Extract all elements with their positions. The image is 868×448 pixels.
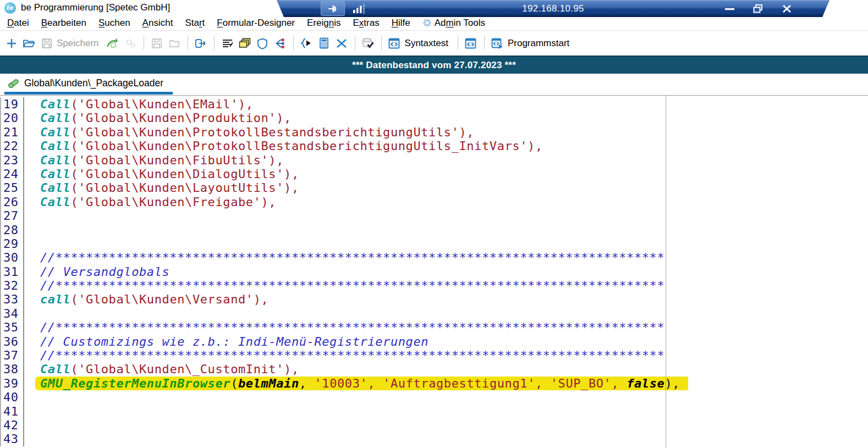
- line-number: 28: [0, 223, 24, 237]
- code-line-32[interactable]: 32//************************************…: [0, 279, 868, 292]
- code-line-19[interactable]: 19Call('Global\Kunden\EMail'),: [0, 97, 868, 111]
- delete-x-icon[interactable]: [334, 35, 350, 52]
- menu-item-extras[interactable]: Extras: [347, 18, 385, 29]
- code-line-31[interactable]: 31// Versandglobals: [0, 265, 868, 279]
- code-line-content[interactable]: [24, 390, 40, 404]
- code-line-33[interactable]: 33call('Global\Kunden\Versand'),: [0, 292, 868, 306]
- text-format-icon[interactable]: [219, 35, 235, 52]
- menu-item-admin-tools[interactable]: Admin Tools: [416, 18, 491, 29]
- code-line-39[interactable]: 39GMU_RegisterMenuInBrowser(belmMain, '1…: [0, 377, 868, 390]
- line-number: 25: [0, 181, 24, 195]
- toolbar-separator: [214, 36, 215, 51]
- pin-button[interactable]: [321, 1, 345, 16]
- code-line-content[interactable]: Call('Global\Kunden\ProtokollBestandsber…: [24, 125, 474, 139]
- minimize-button[interactable]: [724, 4, 736, 14]
- code-line-content[interactable]: GMU_RegisterMenuInBrowser(belmMain, '100…: [24, 377, 688, 390]
- programmstart-icon[interactable]: [490, 35, 506, 52]
- code-line-30[interactable]: 30//************************************…: [0, 251, 868, 264]
- menu-item-hilfe[interactable]: Hilfe: [386, 18, 416, 29]
- code-line-content[interactable]: [24, 432, 40, 446]
- code-line-43[interactable]: 43: [0, 432, 868, 446]
- code-line-36[interactable]: 36// Customizings wie z.b.: Indi-Menü-Re…: [0, 335, 868, 349]
- code-line-content[interactable]: Call('Global\Kunden\EMail'),: [24, 97, 254, 111]
- code-line-26[interactable]: 26Call('Global\Kunden\Freigabe'),: [0, 195, 868, 209]
- syntaxtest-label[interactable]: Syntaxtest: [405, 38, 448, 49]
- code-line-content[interactable]: [24, 307, 40, 320]
- copy-stack-icon[interactable]: [237, 35, 253, 52]
- code-line-content[interactable]: Call('Global\Kunden\Produktion'),: [24, 111, 292, 125]
- code-line-content[interactable]: Call('Global\Kunden\ProtokollBestandsber…: [24, 139, 543, 153]
- shield-icon[interactable]: [255, 35, 271, 52]
- close-button[interactable]: [781, 4, 793, 14]
- code-line-25[interactable]: 25Call('Global\Kunden\LayoutUtils'),: [0, 181, 868, 195]
- programmstart-label[interactable]: Programmstart: [508, 38, 569, 49]
- new-icon[interactable]: [3, 35, 19, 52]
- refresh-script-icon[interactable]: [105, 35, 121, 52]
- code-line-42[interactable]: 42: [0, 418, 868, 432]
- calculator-icon[interactable]: [316, 35, 332, 52]
- code-line-content[interactable]: Call('Global\Kunden\DialogUtils'),: [24, 167, 299, 181]
- code-editor[interactable]: 19Call('Global\Kunden\EMail'),20Call('Gl…: [0, 95, 868, 448]
- code-line-content[interactable]: Call('Global\Kunden\LayoutUtils'),: [24, 181, 299, 195]
- open-folder-icon[interactable]: [21, 35, 37, 52]
- code-line-content[interactable]: call('Global\Kunden\Versand'),: [24, 292, 268, 306]
- window-title: be Programmierung [Spetec GmbH]: [21, 2, 170, 13]
- code-line-content[interactable]: // Versandglobals: [24, 265, 169, 279]
- menu-item-bearbeiten[interactable]: Bearbeiten: [35, 18, 92, 29]
- gear-icon: [422, 18, 432, 27]
- toolbar-separator: [484, 36, 485, 51]
- code-window-icon[interactable]: [463, 35, 479, 52]
- code-line-content[interactable]: //**************************************…: [24, 251, 664, 264]
- data-banner-text: *** Datenbestand vom 27.07.2023 ***: [352, 60, 516, 71]
- line-number: 39: [0, 377, 24, 390]
- code-line-29[interactable]: 29: [0, 237, 868, 251]
- code-line-38[interactable]: 38Call('Global\Kunden\_CustomInit'),: [0, 362, 868, 376]
- code-line-content[interactable]: [24, 405, 40, 418]
- code-line-23[interactable]: 23Call('Global\Kunden\FibuUtils'),: [0, 153, 868, 167]
- code-line-content[interactable]: //**************************************…: [24, 349, 664, 362]
- code-line-content[interactable]: Call('Global\Kunden\FibuUtils'),: [24, 153, 284, 167]
- code-line-24[interactable]: 24Call('Global\Kunden\DialogUtils'),: [0, 167, 868, 181]
- code-line-20[interactable]: 20Call('Global\Kunden\Produktion'),: [0, 111, 868, 125]
- toolbar-separator: [188, 36, 188, 51]
- code-line-41[interactable]: 41: [0, 405, 868, 418]
- line-number: 37: [0, 349, 24, 362]
- code-line-34[interactable]: 34: [0, 307, 868, 320]
- code-line-content[interactable]: Call('Global\Kunden\_CustomInit'),: [24, 362, 299, 376]
- code-line-content[interactable]: [24, 418, 40, 432]
- syntaxtest-icon[interactable]: [387, 35, 403, 52]
- code-line-21[interactable]: 21Call('Global\Kunden\ProtokollBestandsb…: [0, 125, 868, 139]
- menu-item-suchen[interactable]: Suchen: [92, 18, 136, 29]
- code-line-content[interactable]: //**************************************…: [24, 320, 664, 334]
- database-check-icon[interactable]: [360, 35, 376, 52]
- export-icon[interactable]: [193, 35, 209, 52]
- toolbar: Speichern Syntaxtest: [0, 31, 868, 56]
- code-line-28[interactable]: 28: [0, 223, 868, 237]
- code-line-22[interactable]: 22Call('Global\Kunden\ProtokollBestandsb…: [0, 139, 868, 153]
- menu-item-ereignis[interactable]: Ereignis: [301, 18, 347, 29]
- code-line-37[interactable]: 37//************************************…: [0, 349, 868, 362]
- menu-item-datei[interactable]: Datei: [1, 18, 35, 29]
- code-line-content[interactable]: [24, 237, 40, 251]
- tab-label: Global\Kunden\_PackageLoader: [24, 78, 163, 89]
- line-number: 24: [0, 167, 24, 181]
- branch-icon[interactable]: [272, 35, 288, 52]
- line-number: 29: [0, 237, 24, 251]
- line-number: 33: [0, 292, 24, 306]
- run-branch-icon[interactable]: [299, 35, 315, 52]
- code-line-content[interactable]: //**************************************…: [24, 279, 664, 292]
- active-tab-indicator: [4, 92, 173, 95]
- code-line-content[interactable]: Call('Global\Kunden\Freigabe'),: [24, 195, 276, 209]
- menu-item-ansicht[interactable]: Ansicht: [136, 18, 179, 29]
- code-lines[interactable]: 19Call('Global\Kunden\EMail'),20Call('Gl…: [0, 96, 868, 446]
- restore-button[interactable]: [752, 4, 765, 14]
- tab-package-loader[interactable]: Global\Kunden\_PackageLoader: [0, 74, 163, 89]
- code-line-40[interactable]: 40: [0, 390, 868, 404]
- menu-item-start[interactable]: Start: [179, 18, 211, 29]
- code-line-35[interactable]: 35//************************************…: [0, 320, 868, 334]
- code-line-content[interactable]: [24, 209, 40, 223]
- menu-item-formular-designer[interactable]: Formular-Designer: [211, 18, 301, 29]
- code-line-content[interactable]: [24, 223, 40, 237]
- code-line-27[interactable]: 27: [0, 209, 868, 223]
- code-line-content[interactable]: // Customizings wie z.b.: Indi-Menü-Regi…: [24, 335, 428, 349]
